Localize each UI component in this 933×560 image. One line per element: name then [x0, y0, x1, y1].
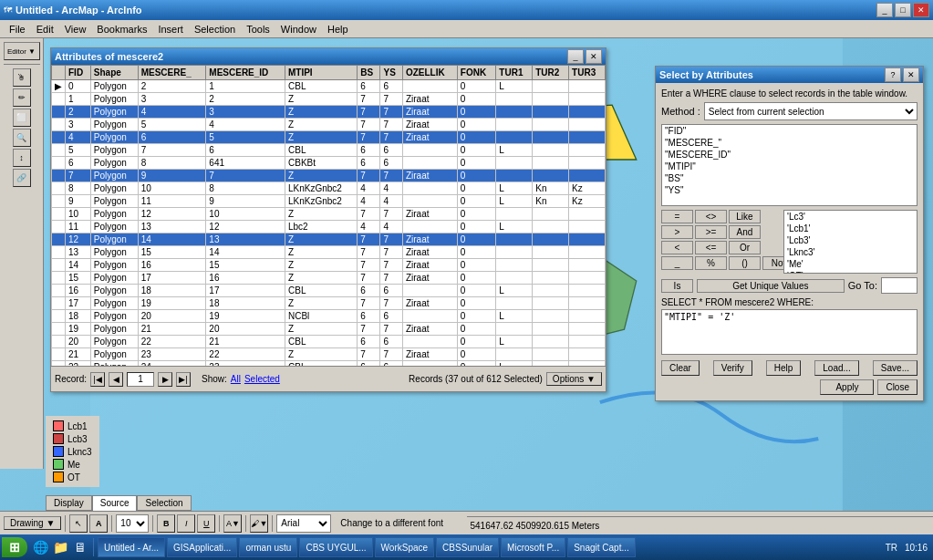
- op-percent[interactable]: %: [695, 256, 727, 270]
- nav-next-btn[interactable]: ▶: [158, 372, 172, 387]
- table-row[interactable]: 11Polygon1312Lbc2440L: [52, 221, 606, 233]
- op-gte[interactable]: >=: [695, 225, 727, 239]
- quicklaunch-folder[interactable]: 📁: [51, 538, 69, 556]
- col-header-arrow[interactable]: [52, 66, 66, 80]
- draw-text-btn[interactable]: A: [89, 514, 108, 533]
- color-btn[interactable]: A▼: [223, 514, 242, 533]
- table-row[interactable]: 20Polygon2221CBL660L: [52, 336, 606, 348]
- menu-tools[interactable]: Tools: [241, 22, 275, 36]
- table-minimize-btn[interactable]: _: [567, 49, 584, 64]
- op-gt[interactable]: >: [661, 225, 693, 239]
- bold-btn[interactable]: B: [157, 514, 175, 533]
- op-equals[interactable]: =: [661, 210, 693, 223]
- taskbar-snagit[interactable]: Snagit Capt...: [567, 537, 636, 557]
- start-button[interactable]: ⊞: [2, 537, 27, 557]
- field-item-mescere-id[interactable]: "MESCERE_ID": [662, 149, 917, 161]
- table-row[interactable]: 21Polygon2322Z77Ziraat0: [52, 348, 606, 361]
- op-like[interactable]: Like: [729, 210, 761, 223]
- table-row[interactable]: 9Polygon119LKnKzGnbc2440LKnKz: [52, 195, 606, 208]
- table-row[interactable]: 2Polygon43Z77Ziraat0: [52, 106, 606, 119]
- menu-edit[interactable]: Edit: [31, 22, 59, 36]
- sql-textarea[interactable]: "MTIPI" = 'Z': [661, 309, 917, 355]
- unique-values-btn[interactable]: Get Unique Values: [697, 279, 845, 293]
- col-header-shape[interactable]: Shape: [90, 66, 138, 80]
- menu-help[interactable]: Help: [322, 22, 354, 36]
- table-row[interactable]: 18Polygon2019NCBl660L: [52, 310, 606, 323]
- quicklaunch-explorer[interactable]: 🖥: [71, 538, 89, 556]
- op-lt[interactable]: <: [661, 241, 693, 254]
- tool-btn-6[interactable]: 🔗: [13, 169, 31, 187]
- apply-btn[interactable]: Apply: [820, 379, 874, 395]
- menu-view[interactable]: View: [59, 22, 92, 36]
- op-parens[interactable]: (): [729, 256, 761, 270]
- table-row[interactable]: 19Polygon2120Z77Ziraat0: [52, 323, 606, 336]
- col-header-tur1[interactable]: TUR1: [496, 66, 533, 80]
- table-row[interactable]: 15Polygon1716Z77Ziraat0: [52, 272, 606, 285]
- table-row[interactable]: 17Polygon1918Z77Ziraat0: [52, 297, 606, 310]
- menu-window[interactable]: Window: [275, 22, 322, 36]
- table-row[interactable]: 5Polygon76CBL660L: [52, 144, 606, 157]
- editor-btn[interactable]: Editor ▼: [4, 42, 40, 60]
- field-item-mtipi[interactable]: "MTIPI": [662, 161, 917, 172]
- field-item-ys[interactable]: "YS": [662, 184, 917, 196]
- method-select[interactable]: Select from current selection: [704, 102, 917, 120]
- col-header-tur3[interactable]: TUR3: [569, 66, 606, 80]
- tool-btn-4[interactable]: 🔍: [13, 129, 31, 147]
- menu-selection[interactable]: Selection: [189, 22, 241, 36]
- field-item-bs[interactable]: "BS": [662, 172, 917, 184]
- maximize-btn[interactable]: □: [895, 3, 911, 17]
- table-row[interactable]: 4Polygon65Z77Ziraat0: [52, 131, 606, 144]
- table-scroll[interactable]: FID Shape MESCERE_ MESCERE_ID MTIPI BS Y…: [51, 65, 606, 366]
- nav-last-btn[interactable]: ▶|: [176, 372, 191, 387]
- all-link[interactable]: All: [231, 374, 241, 384]
- op-or[interactable]: Or: [729, 241, 761, 254]
- goto-input[interactable]: [881, 277, 917, 294]
- taskbar-microsoft[interactable]: Microsoft P...: [501, 537, 565, 557]
- taskbar-arcmap[interactable]: Untitled - Ar...: [98, 537, 165, 557]
- value-lc3[interactable]: 'Lc3': [784, 211, 917, 223]
- taskbar-cbs[interactable]: CBS UYGUL...: [299, 537, 372, 557]
- italic-btn[interactable]: I: [177, 514, 195, 533]
- op-and[interactable]: And: [729, 225, 761, 239]
- col-header-fid[interactable]: FID: [66, 66, 91, 80]
- query-help-btn[interactable]: ?: [885, 67, 901, 82]
- table-row[interactable]: 14Polygon1615Z77Ziraat0: [52, 259, 606, 272]
- col-header-ys[interactable]: YS: [380, 66, 402, 80]
- table-row[interactable]: 16Polygon1817CBL660L: [52, 285, 606, 297]
- minimize-btn[interactable]: _: [876, 3, 893, 17]
- col-header-mescere-id[interactable]: MESCERE_ID: [206, 66, 285, 80]
- quicklaunch-ie[interactable]: 🌐: [31, 538, 49, 556]
- menu-insert[interactable]: Insert: [152, 22, 189, 36]
- load-btn[interactable]: Load...: [814, 360, 859, 376]
- table-row[interactable]: 1Polygon32Z77Ziraat0: [52, 93, 606, 106]
- draw-cursor-btn[interactable]: ↖: [69, 514, 88, 533]
- op-notequal[interactable]: <>: [695, 210, 727, 223]
- tab-display[interactable]: Display: [46, 495, 92, 511]
- table-row[interactable]: 7Polygon97Z77Ziraat0: [52, 170, 606, 182]
- menu-file[interactable]: File: [4, 22, 31, 36]
- tab-selection[interactable]: Selection: [137, 495, 191, 511]
- col-header-bs[interactable]: BS: [358, 66, 380, 80]
- font-size-select[interactable]: 10: [116, 514, 149, 533]
- table-close-btn[interactable]: ✕: [586, 49, 602, 64]
- table-row[interactable]: 6Polygon8641CBKBt660: [52, 157, 606, 170]
- tool-btn-5[interactable]: ↕: [13, 149, 31, 167]
- table-row[interactable]: ▶0Polygon21CBL660L: [52, 80, 606, 93]
- col-header-mescere[interactable]: MESCERE_: [138, 66, 206, 80]
- value-lcb1[interactable]: 'Lcb1': [784, 223, 917, 234]
- taskbar-workspace[interactable]: WorkSpace: [375, 537, 435, 557]
- help-btn[interactable]: Help: [766, 360, 802, 376]
- values-list[interactable]: 'Lc3' 'Lcb1' 'Lcb3' 'Lknc3' 'Me' 'OT' 'Z…: [783, 210, 917, 274]
- fill-btn[interactable]: 🖌▼: [250, 514, 268, 533]
- field-item-fid[interactable]: "FID": [662, 125, 917, 137]
- table-row[interactable]: 12Polygon1413Z77Ziraat0: [52, 233, 606, 246]
- tool-btn-3[interactable]: ⬜: [13, 109, 31, 127]
- col-header-tur2[interactable]: TUR2: [533, 66, 569, 80]
- op-lte[interactable]: <=: [695, 241, 727, 254]
- nav-first-btn[interactable]: |◀: [90, 372, 105, 387]
- is-btn[interactable]: Is: [661, 279, 693, 293]
- value-lcb3[interactable]: 'Lcb3': [784, 234, 917, 246]
- field-list[interactable]: "FID" "MESCERE_" "MESCERE_ID" "MTIPI" "B…: [661, 124, 917, 206]
- record-input[interactable]: [127, 372, 154, 387]
- selected-link[interactable]: Selected: [244, 374, 280, 384]
